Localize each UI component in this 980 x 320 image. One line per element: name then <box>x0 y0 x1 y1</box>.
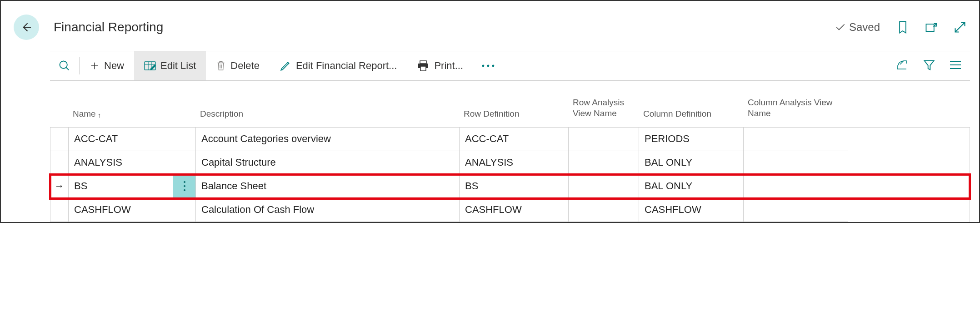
row-definition-cell[interactable]: ANALYSIS <box>460 151 569 175</box>
financial-reports-table: Name ↑ Description Row Definition Row An… <box>50 93 970 222</box>
column-analysis-view-cell[interactable] <box>744 175 848 198</box>
svg-point-6 <box>184 185 185 187</box>
print-button[interactable]: Print... <box>407 51 473 80</box>
popout-icon <box>925 21 938 34</box>
col-row-analysis-view-header[interactable]: Row Analysis View Name <box>568 93 639 127</box>
column-definition-cell[interactable]: BAL ONLY <box>639 151 744 175</box>
delete-label: Delete <box>230 60 260 72</box>
pencil-icon <box>280 60 291 72</box>
saved-indicator: Saved <box>835 21 880 34</box>
edit-list-label: Edit List <box>160 60 196 72</box>
search-icon <box>58 59 71 72</box>
sort-ascending-icon: ↑ <box>98 111 101 119</box>
new-label: New <box>104 60 124 72</box>
delete-button[interactable]: Delete <box>206 51 270 80</box>
page-title: Financial Reporting <box>54 20 163 34</box>
name-cell[interactable]: CASHFLOW <box>69 198 173 222</box>
table-row[interactable]: CASHFLOWCalculation Of Cash FlowCASHFLOW… <box>50 198 970 222</box>
col-column-definition-header[interactable]: Column Definition <box>639 93 743 127</box>
action-bar: New Edit List Delete Edit Financial Repo… <box>50 51 970 81</box>
column-definition-cell[interactable]: PERIODS <box>639 128 744 151</box>
row-definition-cell[interactable]: BS <box>460 175 569 198</box>
share-button[interactable] <box>895 59 909 73</box>
edit-financial-report-label: Edit Financial Report... <box>296 60 397 72</box>
table-row[interactable]: ACC-CATAccount Categories overviewACC-CA… <box>50 128 970 151</box>
edit-financial-report-button[interactable]: Edit Financial Report... <box>270 51 407 80</box>
share-icon <box>895 59 909 71</box>
name-cell[interactable]: ANALYSIS <box>69 151 173 175</box>
table-row[interactable]: ANALYSISCapital StructureANALYSISBAL ONL… <box>50 151 970 175</box>
plus-icon <box>90 61 100 71</box>
row-indicator-cell <box>50 198 69 222</box>
description-cell[interactable]: Calculation Of Cash Flow <box>196 198 460 222</box>
column-analysis-view-cell[interactable] <box>744 198 848 222</box>
trash-icon <box>216 60 226 72</box>
row-analysis-view-cell[interactable] <box>569 175 639 198</box>
bookmark-icon <box>896 20 909 34</box>
svg-point-2 <box>482 65 485 67</box>
column-analysis-view-cell[interactable] <box>744 128 848 151</box>
column-analysis-view-cell[interactable] <box>744 151 848 175</box>
col-name-label: Name <box>73 109 96 119</box>
table-row[interactable]: →BSBalance SheetBSBAL ONLY <box>50 175 970 198</box>
row-menu-cell[interactable] <box>173 128 196 151</box>
expand-button[interactable] <box>954 21 966 34</box>
name-cell[interactable]: ACC-CAT <box>69 128 173 151</box>
row-analysis-view-cell[interactable] <box>569 128 639 151</box>
row-actions-button[interactable] <box>173 175 195 198</box>
ellipsis-icon <box>481 64 495 68</box>
saved-label: Saved <box>849 21 880 34</box>
arrow-left-icon <box>20 20 33 34</box>
filter-button[interactable] <box>923 59 935 74</box>
col-row-definition-header[interactable]: Row Definition <box>459 93 568 127</box>
current-row-arrow-icon: → <box>55 180 65 192</box>
new-button[interactable]: New <box>80 51 134 80</box>
svg-point-4 <box>492 65 495 67</box>
col-selector <box>50 93 68 127</box>
row-indicator-cell <box>50 128 69 151</box>
name-cell[interactable]: BS <box>69 175 173 198</box>
svg-point-7 <box>184 189 185 191</box>
svg-point-5 <box>184 181 185 183</box>
column-definition-cell[interactable]: CASHFLOW <box>639 198 744 222</box>
col-description-header[interactable]: Description <box>195 93 459 127</box>
row-indicator-cell <box>50 151 69 175</box>
printer-icon <box>417 60 430 72</box>
back-button[interactable] <box>14 15 39 40</box>
row-definition-cell[interactable]: ACC-CAT <box>460 128 569 151</box>
column-definition-cell[interactable]: BAL ONLY <box>639 175 744 198</box>
row-analysis-view-cell[interactable] <box>569 151 639 175</box>
edit-list-button[interactable]: Edit List <box>134 51 206 80</box>
edit-list-icon <box>144 60 156 71</box>
check-icon <box>835 21 846 33</box>
search-button[interactable] <box>50 51 79 80</box>
row-menu-cell[interactable] <box>173 151 196 175</box>
col-menu <box>173 93 195 127</box>
bookmark-button[interactable] <box>896 20 909 34</box>
filter-icon <box>923 59 935 71</box>
description-cell[interactable]: Balance Sheet <box>196 175 460 198</box>
row-menu-cell[interactable] <box>173 198 196 222</box>
description-cell[interactable]: Capital Structure <box>196 151 460 175</box>
row-analysis-view-cell[interactable] <box>569 198 639 222</box>
row-menu-cell[interactable] <box>173 175 196 198</box>
col-name-header[interactable]: Name ↑ <box>68 93 173 127</box>
svg-point-3 <box>487 65 490 67</box>
expand-icon <box>954 21 966 34</box>
row-definition-cell[interactable]: CASHFLOW <box>460 198 569 222</box>
print-label: Print... <box>434 60 463 72</box>
more-actions-button[interactable] <box>473 64 503 68</box>
list-icon <box>949 60 962 70</box>
description-cell[interactable]: Account Categories overview <box>196 128 460 151</box>
popout-button[interactable] <box>925 21 938 34</box>
vertical-ellipsis-icon <box>183 180 186 192</box>
row-indicator-cell: → <box>50 175 69 198</box>
list-view-button[interactable] <box>949 60 962 72</box>
col-column-analysis-view-header[interactable]: Column Analysis View Name <box>743 93 848 127</box>
svg-point-0 <box>60 61 67 69</box>
